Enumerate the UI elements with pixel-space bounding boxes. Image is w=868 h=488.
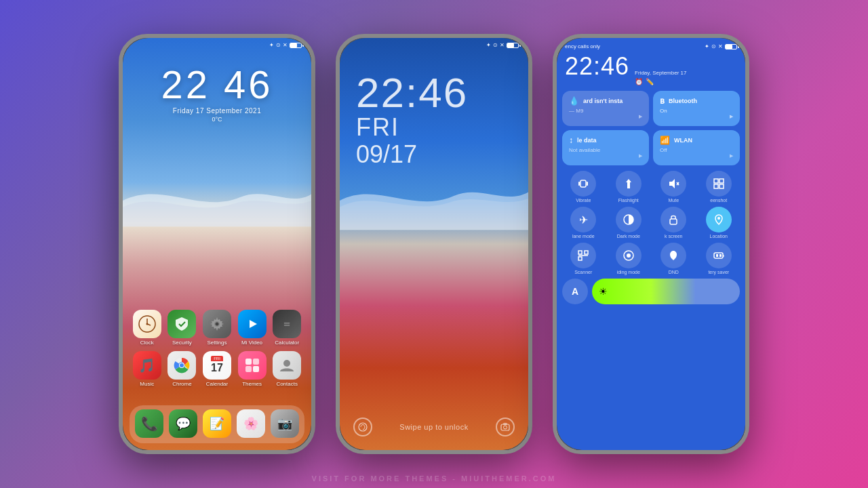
svg-rect-21: [580, 180, 586, 187]
cc-brightness-slider[interactable]: ☀: [592, 279, 740, 304]
cc-btn-readingmode-circle: [616, 243, 642, 268]
lock-camera-icon[interactable]: [496, 418, 515, 436]
cc-btn-location[interactable]: Location: [698, 207, 741, 239]
cc-btn-darkmode[interactable]: Dark mode: [608, 207, 650, 239]
phone-1-homescreen: ✦ ⊙ ✕ 22 46 Friday 17 September 2021 0°C: [119, 34, 315, 454]
cc-tile-data-row: ↕ le data: [569, 136, 642, 145]
brightness-icon: ☀: [599, 286, 608, 297]
app-icon-chrome: [167, 351, 196, 380]
cc-btn-readingmode[interactable]: iding mode: [608, 243, 650, 274]
controlcenter-bg: ency calls only ✦ ⊙ ✕ 22:46 Friday, Sept…: [557, 38, 745, 450]
cc-btn-lockscreen[interactable]: k screen: [652, 207, 695, 239]
cc-btn-mute[interactable]: Mute: [652, 171, 695, 203]
cc-time: 22:46: [565, 52, 629, 81]
dock-photos[interactable]: 🌸: [235, 409, 267, 439]
cc-tile-wlan[interactable]: 📶 WLAN Off ▶: [653, 130, 740, 165]
app-label-calendar: Calendar: [206, 381, 228, 387]
lock-clock: 22:46 FRI 09/17: [356, 72, 468, 167]
app-security[interactable]: Security: [165, 310, 198, 346]
cc-btn-flashlight[interactable]: Flashlight: [608, 171, 650, 203]
app-contacts[interactable]: Contacts: [271, 351, 303, 387]
battery-3: [725, 44, 737, 49]
dock: 📞 💬 📝 🌸: [130, 405, 304, 443]
cc-tile-data[interactable]: ↕ le data Not available ▶: [562, 130, 649, 165]
app-clock[interactable]: Clock: [131, 310, 163, 346]
cc-btn-batterysaver-label: tery saver: [708, 270, 729, 274]
cc-quick-tiles: 💧 ard isn't insta — M9 ▶ ʙ Bluetooth On …: [557, 91, 745, 165]
svg-rect-12: [245, 359, 252, 365]
app-mivideo[interactable]: Mi Video: [236, 310, 269, 346]
cc-btn-screenshot[interactable]: eenshot: [698, 171, 741, 203]
dock-notes[interactable]: 📝: [201, 409, 233, 439]
cc-btn-mute-circle: [660, 171, 686, 197]
cc-btn-mute-label: Mute: [668, 198, 679, 203]
cc-bottom-row: A ☀: [557, 279, 745, 304]
app-label-chrome: Chrome: [172, 381, 191, 387]
app-icon-contacts: [273, 351, 301, 380]
cc-alpha-button[interactable]: A: [562, 279, 588, 304]
dock-messages[interactable]: 💬: [167, 409, 199, 439]
cc-btn-dnd-circle: [660, 243, 686, 268]
cc-btn-airplane[interactable]: ✈ lane mode: [562, 207, 605, 239]
app-themes[interactable]: Themes: [236, 351, 269, 387]
svg-rect-30: [719, 184, 724, 188]
dock-camera[interactable]: 📷: [269, 409, 301, 439]
clock-time: 22 46: [123, 65, 311, 104]
cc-btn-dnd[interactable]: DND: [652, 243, 695, 274]
status-bar-2: ✦ ⊙ ✕: [340, 42, 528, 48]
svg-point-17: [359, 423, 367, 431]
cc-tile-bt-arrow: ▶: [660, 114, 733, 119]
cc-btn-scanner-label: Scanner: [574, 270, 592, 274]
cc-btn-flashlight-label: Flashlight: [618, 198, 639, 203]
dock-phone[interactable]: 📞: [133, 409, 165, 439]
dock-icon-notes: 📝: [203, 409, 231, 438]
cc-btn-batterysaver[interactable]: tery saver: [698, 243, 741, 274]
app-calendar[interactable]: FRI 17 Calendar: [201, 351, 233, 387]
cc-btn-darkmode-label: Dark mode: [617, 234, 640, 239]
app-label-clock: Clock: [140, 340, 154, 346]
cc-tile-sim-title: ard isn't insta: [583, 98, 623, 104]
cc-btn-location-label: Location: [710, 234, 728, 239]
cc-btn-grid-1: Vibrate Flashlight Mute: [557, 171, 745, 203]
cc-tile-sim[interactable]: 💧 ard isn't insta — M9 ▶: [562, 91, 649, 126]
cc-btn-grid-3: Scanner iding mode DND: [557, 243, 745, 274]
app-music[interactable]: 🎵 Music: [131, 351, 163, 387]
cc-btn-screenshot-label: eenshot: [710, 198, 727, 203]
cc-tile-bt-title: Bluetooth: [669, 98, 697, 104]
svg-point-16: [283, 360, 290, 367]
app-label-music: Music: [140, 381, 154, 387]
app-icon-calendar: FRI 17: [203, 351, 231, 380]
app-row-2: 🎵 Music: [130, 351, 304, 387]
cc-tile-bluetooth[interactable]: ʙ Bluetooth On ▶: [653, 91, 740, 126]
wlan-icon: 📶: [660, 136, 670, 145]
app-calculator[interactable]: ＝ Calculator: [271, 310, 303, 346]
svg-rect-23: [587, 182, 588, 186]
app-grid: Clock Security: [123, 310, 311, 392]
svg-rect-14: [245, 366, 252, 372]
app-settings[interactable]: Settings: [201, 310, 233, 346]
cc-btn-vibrate[interactable]: Vibrate: [562, 171, 605, 203]
svg-rect-18: [501, 424, 509, 430]
lockscreen-bg: ✦ ⊙ ✕ 22:46 FRI: [340, 38, 528, 450]
cc-tile-sim-arrow: ▶: [569, 114, 642, 119]
svg-rect-29: [714, 184, 718, 188]
cc-tile-data-sub: Not available: [569, 147, 642, 153]
dock-icon-messages: 💬: [169, 409, 197, 438]
cc-tile-wlan-row: 📶 WLAN: [660, 136, 733, 145]
status-icons-2: ✦ ⊙ ✕: [486, 42, 519, 48]
homescreen-bg: ✦ ⊙ ✕ 22 46 Friday 17 September 2021 0°C: [123, 38, 311, 450]
app-icon-settings: [203, 310, 231, 338]
bt-icon: ʙ: [660, 96, 665, 106]
svg-rect-36: [578, 257, 582, 260]
lock-fingerprint-icon[interactable]: [353, 418, 372, 436]
cc-btn-scanner[interactable]: Scanner: [562, 243, 605, 274]
clock-temp: 0°C: [123, 116, 311, 123]
cc-btn-vibrate-label: Vibrate: [576, 198, 591, 203]
swipe-up-text: Swipe up to unlock: [399, 423, 468, 431]
lock-day: FRI: [356, 114, 468, 141]
lock-time: 22:46: [356, 72, 468, 114]
app-chrome[interactable]: Chrome: [165, 351, 198, 387]
cc-tile-wlan-sub: Off: [660, 147, 733, 153]
cc-tile-data-arrow: ▶: [569, 153, 642, 159]
cc-tile-bt-row: ʙ Bluetooth: [660, 96, 733, 106]
